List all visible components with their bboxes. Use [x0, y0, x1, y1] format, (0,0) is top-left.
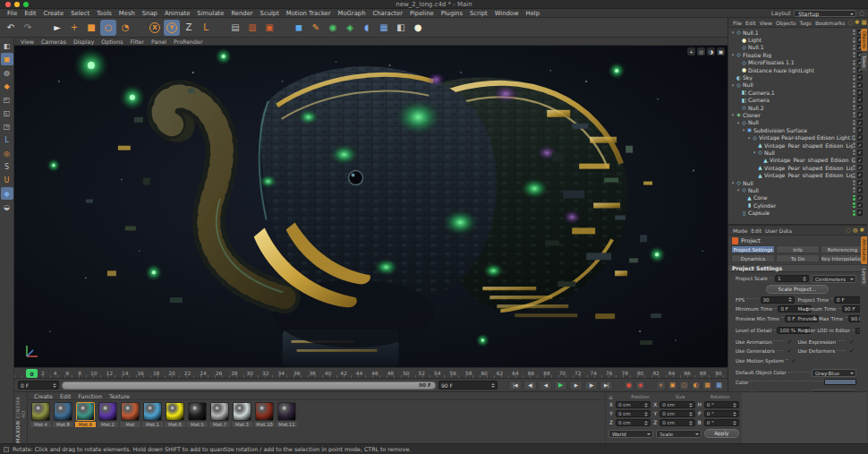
tree-item-null[interactable]: ▾◇Null✓ [730, 149, 867, 156]
pan-view-icon[interactable]: + [687, 47, 695, 56]
current-frame-field[interactable]: 0 F [18, 381, 59, 390]
tree-item-sky[interactable]: ◐Sky✓ [730, 73, 867, 81]
material-mat-10[interactable]: Mat.10 [254, 402, 275, 427]
material-mat-3[interactable]: Mat.3 [232, 402, 252, 427]
texture-mode-icon[interactable]: ◍ [1, 66, 13, 79]
material-menu-edit[interactable]: Edit [57, 393, 73, 399]
z-axis-icon[interactable]: Z [181, 20, 197, 36]
use-animation-checkbox[interactable]: ✓ [786, 338, 795, 346]
scale-project-button[interactable]: Scale Project... [766, 285, 829, 294]
coordinate-field[interactable]: 0 ° [704, 419, 739, 426]
magnet-icon[interactable]: U [1, 174, 13, 186]
coordinate-menu-icon[interactable]: ≡ [608, 394, 619, 400]
menu-help[interactable]: Help [523, 10, 544, 17]
material-mat-6[interactable]: Mat.6 [165, 402, 185, 427]
menu-create[interactable]: Create [40, 10, 68, 17]
project-time-field[interactable]: 0 F [834, 296, 860, 304]
tab-project-settings[interactable]: Project Settings [731, 245, 775, 253]
tab-key-interpolation[interactable]: Key Interpolation [821, 254, 864, 262]
visibility-dots[interactable] [853, 195, 855, 201]
x-axis-icon[interactable]: X [147, 20, 163, 36]
model-mode-icon[interactable]: ◼ [1, 53, 13, 65]
am-menu-edit[interactable]: Edit [749, 227, 763, 234]
material-menu-function[interactable]: Function [75, 393, 105, 399]
visibility-dots[interactable] [853, 142, 855, 148]
toggle-view-icon[interactable]: ▣ [717, 47, 725, 56]
om-menu-bookmarks[interactable]: Bookmarks [813, 20, 847, 26]
coordinate-field[interactable]: 0 cm [616, 419, 651, 426]
material-mat-7[interactable]: Mat.7 [209, 402, 230, 427]
menu-animate[interactable]: Animate [161, 10, 193, 17]
am-gear-icon[interactable]: ✱ [860, 227, 864, 234]
visibility-dots[interactable] [853, 150, 855, 155]
tree-item-cone[interactable]: ▲Cone✓ [730, 194, 867, 201]
subdivision-surface-icon[interactable]: ◉ [325, 20, 341, 36]
material-mat-2[interactable]: Mat.2 [98, 402, 118, 427]
array-field-icon[interactable]: ▦ [376, 20, 392, 36]
timeline-ruler[interactable]: 0 24681012141618202224262830323436384042… [14, 367, 728, 379]
tree-item-microfloaties-1-1[interactable]: ◇MicroFloaties 1.1✓ [730, 59, 867, 66]
rotate-view-icon[interactable]: ◑ [707, 47, 715, 56]
tree-item-light[interactable]: ●Light✓ [730, 36, 867, 43]
am-search-icon[interactable]: ◌ [846, 227, 851, 234]
am-lock-icon[interactable]: ◍ [853, 227, 858, 234]
axis-mode-icon[interactable]: L [1, 133, 13, 146]
maximum-time-field[interactable]: 90 F [842, 305, 860, 313]
viewport-menu-panel[interactable]: Panel [149, 39, 169, 45]
visibility-dots[interactable] [853, 105, 855, 110]
material-menu-texture[interactable]: Texture [106, 393, 132, 399]
visibility-dots[interactable] [853, 127, 855, 133]
am-tab-attributes[interactable]: Attributes [861, 236, 867, 264]
tree-item-null[interactable]: ▾◇Null✓ [730, 186, 867, 193]
coordinate-field[interactable]: 0 ° [704, 410, 739, 417]
menu-simulate[interactable]: Simulate [193, 10, 227, 17]
move-icon[interactable]: + [66, 20, 82, 36]
material-mat-4[interactable]: Mat.4 [30, 402, 51, 427]
material-mat-8[interactable]: Mat.8 [53, 402, 73, 427]
add-cube-icon[interactable]: ◼ [291, 20, 307, 36]
visibility-dots[interactable] [853, 173, 855, 178]
tree-item-null[interactable]: ▾◇Null✓ [730, 81, 867, 89]
visibility-dots[interactable] [853, 30, 855, 35]
menu-motion-tracker[interactable]: Motion Tracker [283, 10, 335, 17]
camera-icon[interactable]: ◧ [393, 20, 409, 36]
om-tab-objects[interactable]: Objects [861, 29, 867, 51]
mograph-cloner-icon[interactable]: ◈ [342, 20, 358, 36]
goto-end-button[interactable]: ▶| [600, 381, 613, 390]
key-rotation-button[interactable]: ○ [679, 381, 689, 390]
tree-item-camera-1[interactable]: ◧Camera.1✓ [730, 89, 867, 96]
visibility-dots[interactable] [853, 112, 855, 117]
rotate-icon[interactable]: ○ [100, 20, 116, 36]
om-menu-objects[interactable]: Objects [774, 20, 798, 26]
visibility-dots[interactable] [853, 45, 855, 50]
tab-to-do[interactable]: To Do [776, 254, 820, 262]
points-mode-icon[interactable]: ◰ [1, 93, 13, 106]
previous-frame-button[interactable]: ◀ [539, 381, 552, 390]
max-frame-field[interactable]: 90 F [438, 381, 498, 390]
coordinate-ref-dropdown[interactable]: Scale [656, 430, 701, 438]
visibility-dots[interactable] [853, 165, 855, 170]
workplane-icon[interactable]: ◆ [1, 187, 13, 200]
coordinate-system-icon[interactable]: L [198, 20, 214, 36]
menu-sculpt[interactable]: Sculpt [257, 10, 283, 17]
record-active-objects-button[interactable]: ● [624, 381, 634, 390]
tree-item-capsule[interactable]: ▯Capsule✓ [730, 209, 867, 216]
use-motion-system-checkbox[interactable]: ✓ [789, 357, 798, 364]
visibility-dots[interactable] [853, 38, 855, 43]
om-tab-takes[interactable]: Takes [861, 53, 867, 71]
key-parameter-button[interactable]: ◐ [691, 381, 701, 390]
current-frame-marker[interactable]: 0 [26, 369, 38, 378]
tree-item-null[interactable]: ▾◇Null✓ [730, 179, 867, 186]
key-pla-button[interactable]: ▦ [702, 381, 712, 390]
redo-icon[interactable]: ↷ [20, 20, 36, 36]
coordinate-field[interactable]: 0 cm [616, 401, 651, 408]
visibility-dots[interactable] [853, 120, 855, 125]
coordinate-mode-dropdown[interactable]: World [608, 430, 653, 438]
tab-info[interactable]: Info [776, 245, 820, 253]
fps-field[interactable]: 30 [761, 296, 795, 304]
menu-file[interactable]: File [4, 10, 21, 17]
om-search-icon[interactable]: ◌ [847, 19, 853, 26]
view-clipping-dropdown[interactable]: Small [812, 390, 856, 391]
visibility-dots[interactable] [853, 60, 855, 65]
autokeying-button[interactable]: ◉ [635, 381, 645, 390]
